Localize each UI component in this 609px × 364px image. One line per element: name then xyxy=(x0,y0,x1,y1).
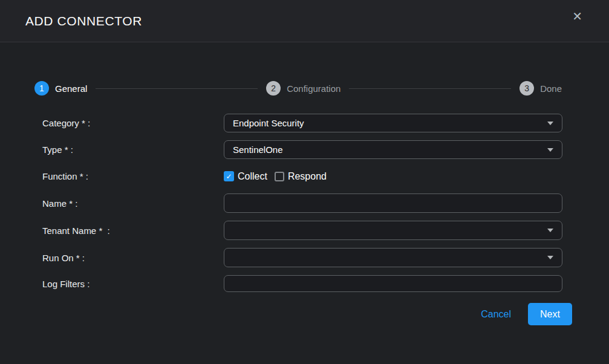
dialog-title: ADD CONNECTOR xyxy=(25,14,142,28)
chevron-down-icon xyxy=(547,256,553,259)
run-on-label: Run On * : xyxy=(42,253,224,263)
respond-checkbox-label: Respond xyxy=(288,171,327,182)
add-connector-dialog: ADD CONNECTOR ✕ 1 General 2 Configuratio… xyxy=(0,0,609,364)
stepper: 1 General 2 Configuration 3 Done xyxy=(34,81,562,96)
category-row: Category * : Endpoint Security xyxy=(0,114,609,132)
respond-checkbox[interactable] xyxy=(275,172,284,181)
close-icon[interactable]: ✕ xyxy=(572,10,582,23)
cancel-button[interactable]: Cancel xyxy=(481,309,511,320)
collect-checkbox-item: ✓ Collect xyxy=(224,171,267,182)
category-label: Category * : xyxy=(42,118,224,128)
step-label: Configuration xyxy=(287,83,340,94)
category-select[interactable]: Endpoint Security xyxy=(224,114,562,132)
chevron-down-icon xyxy=(547,229,553,232)
log-filters-input[interactable] xyxy=(224,275,562,292)
type-select[interactable]: SentinelOne xyxy=(224,140,562,159)
name-label: Name * : xyxy=(42,198,224,209)
step-label: General xyxy=(55,83,87,94)
step-done: 3 Done xyxy=(519,81,562,96)
log-filters-row: Log Filters : xyxy=(0,275,609,292)
tenant-name-select[interactable] xyxy=(224,221,562,240)
tenant-name-label: Tenant Name * : xyxy=(42,226,224,236)
dialog-footer: Cancel Next xyxy=(0,303,609,325)
next-button[interactable]: Next xyxy=(528,303,572,325)
type-label: Type * : xyxy=(42,145,224,155)
connector-form: Category * : Endpoint Security Type * : … xyxy=(0,114,609,292)
step-number-badge: 3 xyxy=(519,81,534,96)
function-label: Function * : xyxy=(42,171,224,181)
name-input[interactable] xyxy=(224,193,562,213)
tenant-name-row: Tenant Name * : xyxy=(0,221,609,240)
step-number-badge: 1 xyxy=(34,81,49,96)
chevron-down-icon xyxy=(547,148,553,152)
collect-checkbox-label: Collect xyxy=(238,171,267,182)
function-row: Function * : ✓ Collect Respond xyxy=(0,167,609,186)
collect-checkbox[interactable]: ✓ xyxy=(224,171,234,181)
type-row: Type * : SentinelOne xyxy=(0,140,609,159)
run-on-row: Run On * : xyxy=(0,248,609,267)
step-configuration: 2 Configuration xyxy=(266,81,340,96)
run-on-select[interactable] xyxy=(224,248,562,267)
category-select-value: Endpoint Security xyxy=(233,118,304,128)
step-label: Done xyxy=(540,83,562,94)
step-connector-line xyxy=(96,88,258,89)
step-number-badge: 2 xyxy=(266,81,281,96)
chevron-down-icon xyxy=(547,122,553,125)
respond-checkbox-item: Respond xyxy=(275,171,327,182)
dialog-header: ADD CONNECTOR ✕ xyxy=(0,0,609,42)
step-connector-line xyxy=(349,88,511,89)
step-general: 1 General xyxy=(34,81,87,96)
type-select-value: SentinelOne xyxy=(233,145,283,155)
name-row: Name * : xyxy=(0,193,609,213)
log-filters-label: Log Filters : xyxy=(42,279,224,289)
